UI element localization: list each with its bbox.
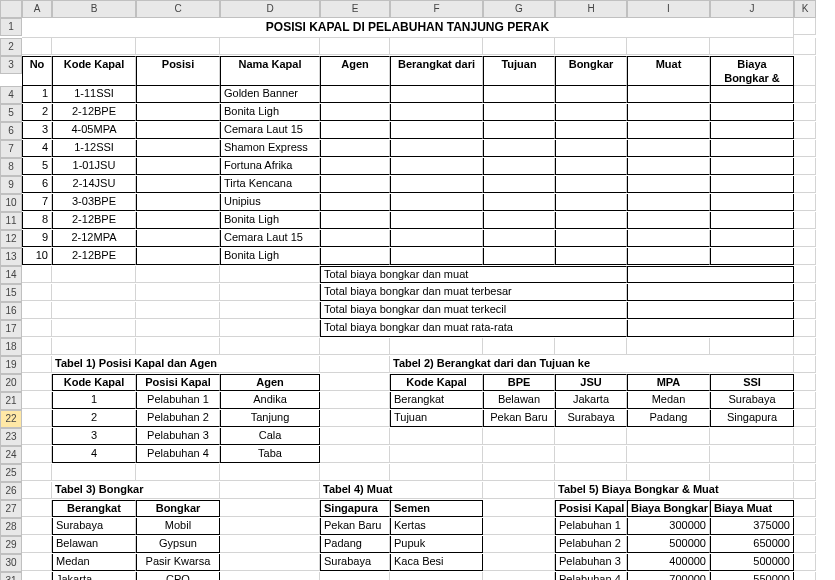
row-header-14[interactable]: 14 — [0, 266, 22, 284]
total-val-0[interactable] — [627, 266, 794, 283]
main-empty-8-2[interactable] — [483, 230, 555, 247]
cell[interactable] — [52, 464, 136, 481]
cell[interactable] — [794, 140, 816, 157]
cell[interactable] — [794, 500, 816, 517]
main-posisi-9[interactable] — [136, 248, 220, 265]
cell[interactable] — [483, 518, 555, 535]
col-header-A[interactable]: A — [22, 0, 52, 18]
main-empty-9-4[interactable] — [627, 248, 710, 265]
cell[interactable] — [555, 38, 627, 55]
cell[interactable] — [483, 338, 555, 355]
row-header-27[interactable]: 27 — [0, 500, 22, 518]
cell[interactable] — [794, 230, 816, 247]
cell[interactable] — [22, 356, 52, 373]
cell[interactable] — [794, 338, 816, 355]
main-empty-9-2[interactable] — [483, 248, 555, 265]
main-empty-1-2[interactable] — [483, 104, 555, 121]
cell[interactable] — [390, 572, 483, 580]
row-header-30[interactable]: 30 — [0, 554, 22, 572]
main-empty-0-5[interactable] — [710, 86, 794, 103]
cell[interactable] — [22, 446, 52, 463]
cell[interactable] — [136, 320, 220, 337]
cell[interactable] — [794, 554, 816, 571]
main-posisi-4[interactable] — [136, 158, 220, 175]
cell[interactable] — [627, 428, 710, 445]
row-header-31[interactable]: 31 — [0, 572, 22, 580]
cell[interactable] — [52, 284, 136, 301]
main-empty-2-4[interactable] — [627, 122, 710, 139]
main-empty-8-3[interactable] — [555, 230, 627, 247]
row-header-28[interactable]: 28 — [0, 518, 22, 536]
main-empty-6-4[interactable] — [627, 194, 710, 211]
cell[interactable] — [22, 392, 52, 409]
cell[interactable] — [794, 518, 816, 535]
cell[interactable] — [320, 38, 390, 55]
cell[interactable] — [710, 428, 794, 445]
main-posisi-1[interactable] — [136, 104, 220, 121]
row-header-26[interactable]: 26 — [0, 482, 22, 500]
spreadsheet-grid[interactable]: ABCDEFGHIJK1POSISI KAPAL DI PELABUHAN TA… — [0, 0, 835, 580]
row-header-23[interactable]: 23 — [0, 428, 22, 446]
row-header-15[interactable]: 15 — [0, 284, 22, 302]
main-empty-7-4[interactable] — [627, 212, 710, 229]
main-empty-0-2[interactable] — [483, 86, 555, 103]
corner-cell[interactable] — [0, 0, 22, 18]
cell[interactable] — [136, 338, 220, 355]
main-empty-7-2[interactable] — [483, 212, 555, 229]
main-empty-6-3[interactable] — [555, 194, 627, 211]
row-header-29[interactable]: 29 — [0, 536, 22, 554]
cell[interactable] — [220, 320, 320, 337]
row-header-8[interactable]: 8 — [0, 158, 22, 176]
row-header-13[interactable]: 13 — [0, 248, 22, 266]
cell[interactable] — [22, 38, 52, 55]
row-header-3[interactable]: 3 — [0, 56, 22, 74]
cell[interactable] — [627, 338, 710, 355]
cell[interactable] — [220, 536, 320, 553]
cell[interactable] — [22, 518, 52, 535]
row-header-6[interactable]: 6 — [0, 122, 22, 140]
cell[interactable] — [136, 302, 220, 319]
cell[interactable] — [627, 446, 710, 463]
cell[interactable] — [794, 482, 816, 499]
main-empty-1-4[interactable] — [627, 104, 710, 121]
main-empty-9-0[interactable] — [320, 248, 390, 265]
cell[interactable] — [320, 428, 390, 445]
cell[interactable] — [794, 428, 816, 445]
cell[interactable] — [794, 446, 816, 463]
cell[interactable] — [220, 464, 320, 481]
cell[interactable] — [22, 554, 52, 571]
cell[interactable] — [22, 284, 52, 301]
cell[interactable] — [794, 374, 816, 391]
cell[interactable] — [794, 320, 816, 337]
cell[interactable] — [220, 302, 320, 319]
main-empty-8-0[interactable] — [320, 230, 390, 247]
main-empty-0-1[interactable] — [390, 86, 483, 103]
cell[interactable] — [794, 104, 816, 121]
cell[interactable] — [627, 464, 710, 481]
cell[interactable] — [794, 572, 816, 580]
row-header-24[interactable]: 24 — [0, 446, 22, 464]
col-header-G[interactable]: G — [483, 0, 555, 18]
row-header-11[interactable]: 11 — [0, 212, 22, 230]
cell[interactable] — [136, 266, 220, 283]
cell[interactable] — [483, 500, 555, 517]
main-posisi-3[interactable] — [136, 140, 220, 157]
cell[interactable] — [320, 338, 390, 355]
cell[interactable] — [22, 464, 52, 481]
row-header-4[interactable]: 4 — [0, 86, 22, 104]
row-header-12[interactable]: 12 — [0, 230, 22, 248]
row-header-16[interactable]: 16 — [0, 302, 22, 320]
main-empty-9-5[interactable] — [710, 248, 794, 265]
main-empty-3-4[interactable] — [627, 140, 710, 157]
cell[interactable] — [794, 176, 816, 193]
cell[interactable] — [220, 482, 320, 499]
row-header-20[interactable]: 20 — [0, 374, 22, 392]
col-header-J[interactable]: J — [710, 0, 794, 18]
cell[interactable] — [22, 410, 52, 427]
cell[interactable] — [794, 266, 816, 283]
cell[interactable] — [483, 554, 555, 571]
cell[interactable] — [710, 464, 794, 481]
cell[interactable] — [794, 212, 816, 229]
cell[interactable] — [22, 302, 52, 319]
main-empty-3-5[interactable] — [710, 140, 794, 157]
